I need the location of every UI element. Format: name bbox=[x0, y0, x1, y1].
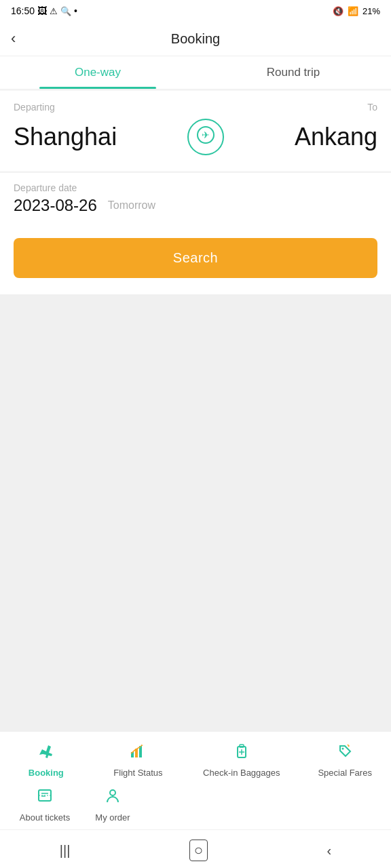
departure-city[interactable]: Shanghai bbox=[14, 123, 117, 151]
status-right: 🔇 📶 21% bbox=[333, 6, 380, 16]
back-button-sys[interactable]: ‹ bbox=[327, 843, 332, 859]
arrival-city[interactable]: Ankang bbox=[295, 123, 377, 151]
time: 16:50 bbox=[11, 5, 35, 16]
nav-row-2: About tickets My order bbox=[0, 783, 391, 825]
nav-item-booking[interactable]: Booking bbox=[12, 738, 80, 781]
tab-round-trip[interactable]: Round trip bbox=[196, 56, 391, 89]
swap-button[interactable]: ✈ bbox=[185, 117, 226, 157]
recent-apps-button[interactable]: ||| bbox=[60, 843, 71, 859]
departing-label: Departing bbox=[14, 102, 55, 113]
plane-swap-icon: ✈ bbox=[196, 125, 215, 149]
nav-item-my-order[interactable]: My order bbox=[79, 783, 147, 825]
flight-status-label: Flight Status bbox=[113, 768, 162, 778]
route-section: Departing To Shanghai ✈ Ankang bbox=[0, 91, 391, 171]
nav-item-about-tickets[interactable]: About tickets bbox=[11, 783, 79, 825]
search-section: Search bbox=[0, 227, 391, 294]
search-icon: 🔍 bbox=[60, 6, 71, 16]
photo-icon: 🖼 bbox=[37, 5, 47, 16]
swap-circle: ✈ bbox=[187, 119, 224, 155]
checkin-baggages-icon bbox=[232, 741, 251, 765]
bottom-navigation: Booking Flight Status bbox=[0, 731, 391, 829]
checkin-baggages-label: Check-in Baggages bbox=[203, 768, 280, 778]
nav-row-1: Booking Flight Status bbox=[0, 738, 391, 781]
mute-icon: 🔇 bbox=[333, 6, 343, 16]
date-row: 2023-08-26 Tomorrow bbox=[14, 196, 377, 215]
svg-point-14 bbox=[110, 790, 115, 795]
my-order-icon bbox=[103, 786, 122, 810]
search-button[interactable]: Search bbox=[14, 238, 377, 278]
wifi-icon: 📶 bbox=[348, 6, 358, 16]
back-button[interactable]: ‹ bbox=[11, 30, 16, 47]
date-label: Departure date bbox=[14, 182, 377, 193]
about-tickets-icon bbox=[35, 786, 54, 810]
nav-item-special-fares[interactable]: Special Fares bbox=[311, 738, 379, 781]
booking-icon bbox=[37, 741, 56, 765]
about-tickets-label: About tickets bbox=[20, 812, 70, 823]
svg-point-9 bbox=[342, 748, 344, 750]
booking-label: Booking bbox=[29, 768, 64, 778]
app-header: ‹ Booking bbox=[0, 22, 391, 56]
battery: 21% bbox=[362, 6, 380, 16]
date-tag: Tomorrow bbox=[108, 199, 155, 212]
status-bar: 16:50 🖼 ⚠ 🔍 • 🔇 📶 21% bbox=[0, 0, 391, 22]
tab-one-way[interactable]: One-way bbox=[0, 56, 196, 89]
route-cities: Shanghai ✈ Ankang bbox=[14, 117, 377, 157]
trip-type-tabs: One-way Round trip bbox=[0, 56, 391, 90]
route-labels: Departing To bbox=[14, 102, 377, 113]
system-nav-bar: ||| ○ ‹ bbox=[0, 829, 391, 868]
nav-item-flight-status[interactable]: Flight Status bbox=[104, 738, 172, 781]
special-fares-label: Special Fares bbox=[318, 768, 371, 778]
nav-item-checkin-baggages[interactable]: Check-in Baggages bbox=[196, 738, 286, 781]
alert-icon: ⚠ bbox=[50, 6, 58, 16]
to-label: To bbox=[367, 102, 377, 113]
empty-content-area bbox=[0, 294, 391, 731]
svg-text:✈: ✈ bbox=[202, 130, 210, 140]
date-section[interactable]: Departure date 2023-08-26 Tomorrow bbox=[0, 172, 391, 227]
dot-icon: • bbox=[74, 5, 77, 16]
home-button[interactable]: ○ bbox=[189, 840, 208, 861]
departure-date[interactable]: 2023-08-26 bbox=[14, 196, 97, 215]
flight-status-icon bbox=[128, 741, 147, 765]
page-title: Booking bbox=[171, 31, 220, 47]
special-fares-icon bbox=[335, 741, 354, 765]
status-left: 16:50 🖼 ⚠ 🔍 • bbox=[11, 5, 77, 16]
my-order-label: My order bbox=[95, 812, 130, 823]
